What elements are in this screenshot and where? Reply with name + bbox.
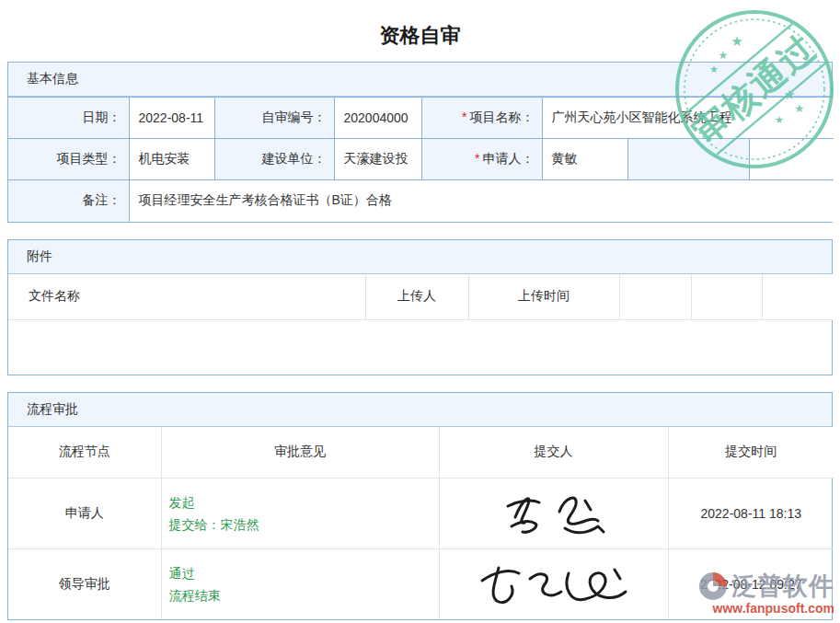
applicant-label: *申请人： (421, 139, 542, 180)
basic-info-section: 基本信息 日期： 2022-08-11 自审编号： 202004000 *项目名… (7, 62, 833, 223)
table-row: 备注： 项目经理安全生产考核合格证书（B证）合格 (8, 180, 834, 222)
empty-cell (749, 139, 834, 180)
page-title: 资格自审 (0, 0, 840, 62)
col-flow-node: 流程节点 (8, 427, 161, 478)
col-upload-time: 上传时间 (468, 274, 619, 320)
opinion-line: 提交给：宋浩然 (169, 513, 439, 536)
required-marker: * (462, 110, 466, 124)
review-no-value: 202004000 (334, 98, 421, 139)
remark-label: 备注： (8, 180, 129, 222)
flow-submit-time: 2022-08-12 09:27 (668, 548, 834, 619)
approval-flow-section: 流程审批 流程节点 审批意见 提交人 提交时间 申请人 发起 提交给：宋浩然 (7, 392, 833, 620)
flow-opinion: 通过 流程结束 (161, 548, 439, 619)
col-submitter: 提交人 (439, 427, 668, 478)
project-name-label: *项目名称： (421, 98, 542, 139)
empty-cell (627, 139, 749, 180)
opinion-line: 通过 (169, 562, 439, 584)
table-row: 项目类型： 机电安装 建设单位： 天濠建设投 *申请人： 黄敏 (8, 139, 834, 180)
table-row: 日期： 2022-08-11 自审编号： 202004000 *项目名称： 广州… (8, 98, 834, 139)
empty-column (762, 274, 834, 320)
table-header-row: 流程节点 审批意见 提交人 提交时间 (8, 427, 834, 478)
construction-unit-label: 建设单位： (214, 139, 334, 180)
flow-submitter-cell (439, 548, 668, 619)
col-approval-opinion: 审批意见 (161, 427, 439, 478)
flow-submitter-cell (439, 478, 668, 548)
empty-column (619, 274, 691, 320)
empty-column (691, 274, 762, 320)
date-value: 2022-08-11 (129, 98, 214, 139)
review-no-label: 自审编号： (214, 98, 334, 139)
attachments-empty-body (8, 320, 832, 375)
basic-info-table: 日期： 2022-08-11 自审编号： 202004000 *项目名称： 广州… (8, 97, 834, 222)
flow-submit-time: 2022-08-11 18:13 (668, 478, 834, 548)
date-label: 日期： (8, 98, 129, 139)
col-uploader: 上传人 (365, 274, 468, 320)
col-file-name: 文件名称 (8, 274, 365, 320)
project-type-value: 机电安装 (129, 139, 214, 180)
approval-flow-section-title: 流程审批 (8, 393, 832, 427)
attachments-section: 附件 文件名称 上传人 上传时间 (7, 239, 833, 376)
col-submit-time: 提交时间 (668, 427, 834, 478)
applicant-label-text: 申请人： (483, 151, 535, 166)
remark-value: 项目经理安全生产考核合格证书（B证）合格 (129, 180, 834, 222)
required-marker: * (475, 151, 479, 166)
attachments-table: 文件名称 上传人 上传时间 (8, 274, 834, 321)
opinion-line: 发起 (169, 491, 439, 513)
applicant-value: 黄敏 (542, 139, 627, 180)
opinion-line: 流程结束 (169, 584, 439, 606)
attachments-section-title: 附件 (8, 240, 832, 274)
approval-flow-table: 流程节点 审批意见 提交人 提交时间 申请人 发起 提交给：宋浩然 (8, 427, 834, 619)
project-name-value: 广州天心苑小区智能化系统工程 (542, 98, 834, 139)
construction-unit-value: 天濠建设投 (334, 139, 421, 180)
table-header-row: 文件名称 上传人 上传时间 (8, 274, 834, 320)
project-name-label-text: 项目名称： (470, 110, 535, 124)
project-type-label: 项目类型： (8, 139, 129, 180)
signature-image-approver (471, 557, 637, 608)
table-row: 申请人 发起 提交给：宋浩然 2022-08-11 18:13 (8, 478, 834, 548)
signature-image-applicant (489, 486, 618, 537)
flow-node: 申请人 (8, 478, 161, 548)
basic-info-section-title: 基本信息 (8, 63, 832, 97)
flow-opinion: 发起 提交给：宋浩然 (161, 478, 439, 548)
table-row: 领导审批 通过 流程结束 2022-08-12 09:27 (8, 548, 834, 619)
flow-node: 领导审批 (8, 548, 161, 619)
